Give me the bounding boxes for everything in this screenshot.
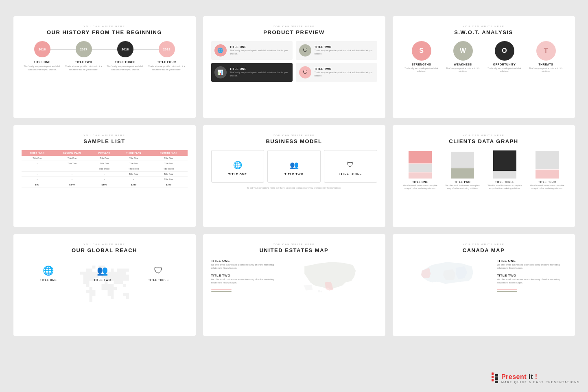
bar-stack-4 [536, 151, 559, 179]
logo-area: Present it ! Make Quick & Easy Presentat… [492, 372, 580, 384]
swot-text-t: That's why we provide point and click so… [525, 67, 567, 73]
product-title-3: Title One [230, 68, 289, 70]
swot-label-w: Weakness [454, 63, 472, 66]
bar-seg [493, 150, 517, 171]
bar-seg [493, 171, 517, 179]
global-label-3: Title Three [148, 279, 169, 281]
product-icon-3: 📊 [214, 66, 227, 78]
timeline-text-3: That's why we provide point and click so… [105, 65, 146, 71]
cell: Title Two [91, 161, 118, 166]
logo-icon [492, 372, 498, 383]
logo-bars [492, 372, 494, 383]
slide4-title: Sample List [22, 138, 188, 144]
product-item-3: 📊 Title One That's why we provide point … [211, 63, 293, 82]
swot-s: S Strengths That's why we provide point … [401, 41, 442, 73]
product-content-3: Title One That's why we provide point an… [230, 68, 289, 77]
cell: - [91, 172, 118, 177]
slide3-subtitle: You can write here [401, 25, 567, 28]
global-icon-1: 🌐 [43, 266, 54, 276]
slide7-subtitle: You can write here [22, 243, 188, 246]
global-icons: 🌐 Title One 👥 Title Two 🛡 Title Three [22, 266, 188, 281]
slide9-subtitle: You can write here [401, 243, 567, 246]
logo-name: Present it ! [501, 373, 580, 381]
slide-clientsgraph: You can write here Clients Data Graph Ti… [393, 125, 575, 227]
table-price-row: $99 $149 $199 $219 $349 [22, 182, 188, 187]
map-slide-us: Title One We offer small businesses a co… [211, 259, 377, 296]
cell: Title Three [118, 166, 150, 172]
graph-label-3: Title Three [495, 181, 514, 183]
canada-line-pink [497, 289, 517, 290]
product-body-3: That's why we provide point and click so… [230, 71, 289, 77]
business-item-3: 🛡 Title Three [324, 150, 377, 183]
cell: - [53, 177, 91, 182]
cell: - [22, 166, 53, 172]
slide7-title: Our Global Reach [22, 247, 188, 253]
canada-line-sage [497, 291, 517, 292]
slide1-title: Our History From The Beginning [22, 29, 188, 35]
us-text-body-2: We offer small businesses a complete arr… [211, 278, 281, 284]
price-cell: $199 [91, 182, 118, 187]
th-popular: Popular [91, 150, 118, 156]
slide5-subtitle: You can write here [211, 134, 377, 137]
table-row: Title One Title One Title One Title One … [22, 156, 188, 161]
swot-label-s: Strengths [412, 63, 431, 66]
slide-canadamap: You can write here Canada Map Title One … [393, 234, 575, 336]
timeline-circle-2019: 2019 [159, 41, 175, 57]
bar-seg [451, 168, 474, 179]
product-content-2: Title Two That's why we provide point an… [315, 46, 374, 55]
th-secondplan: Second Plan [53, 150, 91, 156]
th-fourthplan: Fourth Plan [150, 150, 187, 156]
product-item-2: 🛡 Title Two That's why we provide point … [296, 41, 377, 60]
map-slide-canada: Title One We offer small businesses a co… [401, 259, 567, 296]
business-item-1: 🌐 Title One [211, 150, 264, 183]
business-footer: To get your company's name out there, yo… [211, 187, 377, 189]
us-text-body-1: We offer small businesses a complete arr… [211, 264, 281, 270]
slide-grid: You can write here Our History From The … [13, 16, 575, 336]
global-item-2: 👥 Title Two [94, 266, 111, 281]
canada-map-img [401, 259, 493, 296]
swot-text-w: That's why we provide point and click so… [442, 67, 484, 73]
swot-o: O Opportunity That's why we provide poin… [484, 41, 525, 73]
canada-map-svg [414, 259, 479, 296]
product-item-1: 🌐 Title One That's why we provide point … [211, 41, 293, 60]
graph-text-4: We offer small businesses a complete arr… [528, 184, 567, 190]
slide-product: You can write here Product Preview 🌐 Tit… [203, 16, 385, 118]
price-cell: $349 [150, 182, 187, 187]
bar-stack-1 [409, 151, 432, 179]
timeline-text-1: That's why we provide point and click so… [22, 65, 63, 71]
slide6-title: Clients Data Graph [401, 138, 567, 144]
us-line-sage [211, 291, 232, 292]
slide2-subtitle: You can write here [211, 25, 377, 28]
product-title-2: Title Two [315, 46, 374, 48]
product-icon-1: 🌐 [214, 44, 227, 57]
swot-w: W Weakness That's why we provide point a… [442, 41, 484, 73]
slide9-title: Canada Map [401, 247, 567, 253]
timeline-text-2: That's why we provide point and click so… [63, 65, 105, 71]
logo-bar-4 [495, 374, 498, 377]
global-item-3: 🛡 Title Three [148, 266, 169, 281]
logo-bars-2 [495, 374, 498, 383]
bar-container-2 [443, 150, 482, 179]
cell: Title Two [118, 161, 150, 166]
cell: Title One [150, 156, 187, 161]
timeline-circle-2018: 2018 [117, 41, 133, 57]
timeline-item-2: 2017 Title Two That's why we provide poi… [63, 41, 105, 71]
timeline-circle-2016: 2016 [34, 41, 50, 57]
slide5-title: Business Model [211, 138, 377, 144]
slide1-subtitle: You can write here [22, 25, 188, 28]
cell: Title One [91, 156, 118, 161]
product-title-1: Title One [230, 46, 289, 48]
timeline-circle-2017: 2017 [76, 41, 92, 57]
table-row: - Title Two Title Two Title Two Title Tw… [22, 161, 188, 166]
bar-container-3 [485, 150, 525, 179]
map-text-col-canada: Title One We offer small businesses a co… [497, 259, 566, 296]
slide6-subtitle: You can write here [401, 134, 567, 137]
us-text-title-2: Title Two [211, 274, 281, 277]
us-line-pink [211, 289, 232, 290]
business-label-3: Title Three [339, 172, 362, 175]
graph-item-4: Title Four We offer small businesses a c… [528, 150, 567, 190]
cell: Title Two [53, 161, 91, 166]
swot-text-o: That's why we provide point and click so… [484, 67, 525, 73]
logo-bar-3 [492, 379, 494, 381]
business-icon-3: 🛡 [347, 161, 354, 169]
